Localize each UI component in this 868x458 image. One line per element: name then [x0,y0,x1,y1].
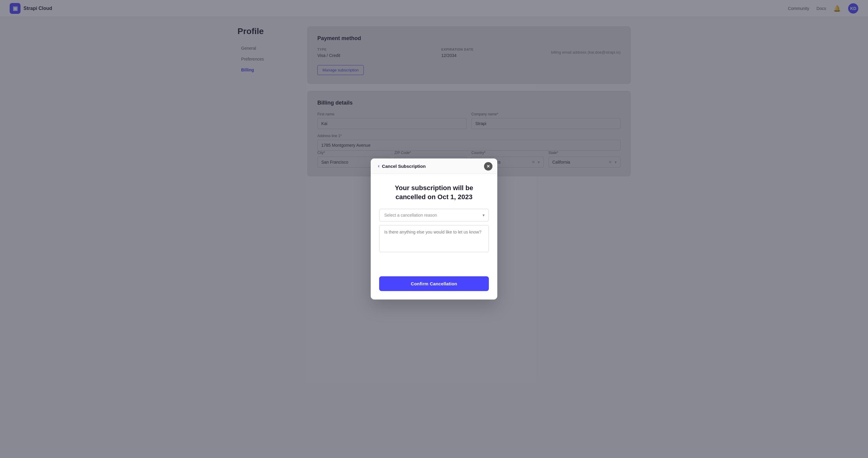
cancel-subscription-modal: ‹ Cancel Subscription ✕ Your subscriptio… [371,159,497,299]
back-icon[interactable]: ‹ [378,163,379,169]
modal-headline: Your subscription will be cancelled on O… [379,184,489,201]
modal-header-title: Cancel Subscription [382,164,426,169]
modal-body: Your subscription will be cancelled on O… [371,174,497,271]
modal-header: ‹ Cancel Subscription [371,159,497,174]
modal-footer: Confirm Cancellation [371,271,497,299]
cancellation-reason-select[interactable]: Select a cancellation reason Too expensi… [379,209,489,222]
cancellation-reason-wrapper: Select a cancellation reason Too expensi… [379,209,489,222]
confirm-cancellation-button[interactable]: Confirm Cancellation [379,276,489,291]
modal-overlay: ‹ Cancel Subscription ✕ Your subscriptio… [0,0,868,458]
additional-feedback-textarea[interactable] [379,225,489,252]
